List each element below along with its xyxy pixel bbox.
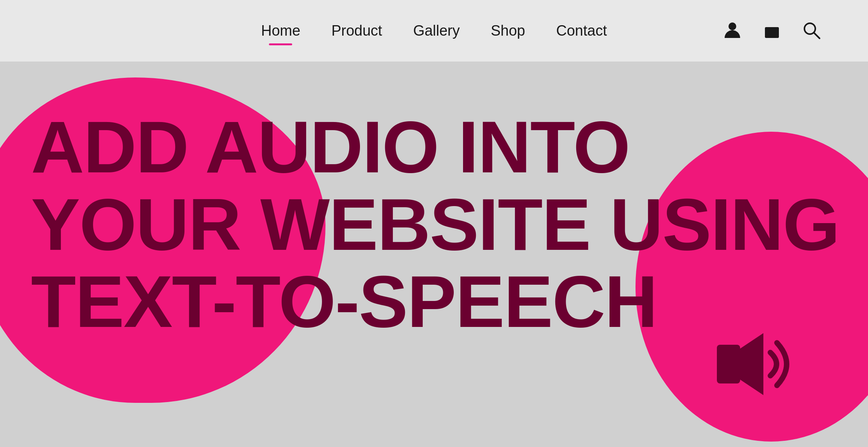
nav-item-home[interactable]: Home <box>261 22 300 39</box>
svg-line-3 <box>814 33 820 38</box>
svg-rect-4 <box>717 345 740 383</box>
main-nav: Home Product Gallery Shop Contact <box>261 22 607 39</box>
hero-headline-line2: YOUR WEBSITE USING <box>31 186 839 263</box>
nav-item-gallery[interactable]: Gallery <box>413 22 460 39</box>
hero-headline: ADD AUDIO INTO YOUR WEBSITE USING TEXT-T… <box>31 108 839 340</box>
svg-rect-1 <box>765 27 779 38</box>
nav-item-shop[interactable]: Shop <box>491 22 525 39</box>
bag-icon[interactable] <box>762 20 782 42</box>
site-header: Home Product Gallery Shop Contact <box>0 0 868 62</box>
nav-item-contact[interactable]: Contact <box>556 22 607 39</box>
header-icons <box>722 20 822 42</box>
svg-point-0 <box>728 22 736 30</box>
hero-headline-line1: ADD AUDIO INTO <box>31 108 839 186</box>
search-icon[interactable] <box>801 20 822 42</box>
hero-section: ADD AUDIO INTO YOUR WEBSITE USING TEXT-T… <box>0 62 868 447</box>
speaker-icon <box>674 314 790 416</box>
nav-item-product[interactable]: Product <box>331 22 382 39</box>
user-icon[interactable] <box>722 20 742 42</box>
